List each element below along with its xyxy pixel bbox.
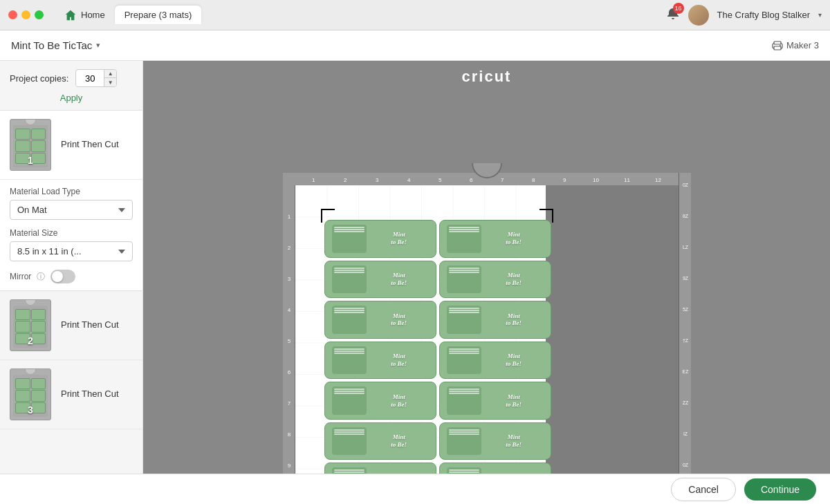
svg-text:†Z: †Z [682,338,688,343]
copies-decrement[interactable]: ▼ [104,78,116,86]
svg-text:9Z: 9Z [682,276,688,281]
mat-label-3: Print Then Cut [61,388,119,400]
svg-text:5: 5 [287,338,290,344]
copies-increment[interactable]: ▲ [104,70,116,78]
toggle-knob [52,271,63,282]
thumb-card [31,140,46,151]
cancel-button[interactable]: Cancel [671,478,736,501]
mat-hole-1 [25,120,36,125]
mat-label-1: Print Then Cut [61,138,119,151]
user-name[interactable]: The Crafty Blog Stalker [717,10,810,20]
card-item: Mintto Be! [324,382,436,420]
thumb-card [31,129,46,140]
notification-bell[interactable]: 16 [666,7,680,24]
card-item: Mintto Be! [439,382,551,420]
mat-hole-3 [25,369,36,375]
svg-rect-17 [283,185,295,474]
material-load-label: Material Load Type [10,187,133,196]
thumb-card [31,309,46,320]
thumb-card [15,378,30,389]
material-load-group: Material Load Type On Mat [10,187,133,220]
svg-text:IZ: IZ [683,431,688,436]
mat-num-2: 2 [28,335,33,346]
mat-thumb-1: 1 [10,119,51,171]
home-tab[interactable]: Home [55,5,115,26]
card-item: Mintto Be! [439,422,551,460]
mat-label-2: Print Then Cut [61,319,119,331]
cut-mark-tl [321,209,335,223]
thumb-card [15,129,30,140]
cards-grid: Mintto Be! Mintto Be! Mintto Be! Mintto … [323,218,553,474]
svg-text:8: 8 [287,431,290,438]
mat-num-3: 3 [28,404,33,416]
mat-settings: Material Load Type On Mat Material Size … [0,180,142,291]
thumb-card [31,390,46,401]
svg-text:2: 2 [287,245,290,251]
svg-text:5Z: 5Z [682,307,688,312]
svg-text:9: 9 [287,463,290,469]
card-item: Mintto Be! [324,261,436,299]
material-size-select[interactable]: 8.5 in x 11 in (... [10,241,133,261]
copies-section: Project copies: ▲ ▼ Apply [0,61,142,111]
thumb-card [15,309,30,320]
avatar[interactable] [688,5,709,26]
window-controls [8,10,44,19]
mat-hole-2 [25,300,36,306]
titlebar: Home Prepare (3 mats) 16 The Crafty Blog… [0,0,830,30]
continue-button[interactable]: Continue [744,478,816,501]
printer-icon [772,41,783,50]
mat-outer-2: 2 [10,299,51,351]
close-button[interactable] [8,10,17,19]
card-item: Mintto Be! [439,301,551,339]
material-load-select[interactable]: On Mat [10,200,133,220]
thumb-card [15,140,30,151]
svg-text:3: 3 [287,276,290,282]
notification-badge: 16 [673,3,684,14]
mat-num-1: 1 [28,155,33,166]
sidebar: Project copies: ▲ ▼ Apply [0,61,143,474]
v-ruler-svg: 1 2 3 4 5 6 7 8 9 10 [283,185,295,474]
maximize-button[interactable] [35,10,44,19]
mat-item-2[interactable]: 2 Print Then Cut [0,291,142,360]
svg-text:0Z: 0Z [682,183,688,187]
card-item: Mintto Be! [324,220,436,258]
card-item: Mintto Be! [324,463,436,474]
card-item: Mintto Be! [324,342,436,380]
card-item: Mintto Be! [324,422,436,460]
user-menu-chevron[interactable]: ▾ [818,11,822,19]
bottom-bar: Cancel Continue [0,474,830,504]
thumb-card [31,378,46,389]
thumb-card [31,321,46,332]
mirror-info-icon[interactable]: ⓘ [37,271,45,283]
mirror-label: Mirror [10,272,31,281]
thumb-card [15,321,30,332]
apply-button[interactable]: Apply [60,93,83,103]
minimize-button[interactable] [21,10,30,19]
home-icon [64,9,77,21]
copies-input[interactable] [76,71,104,86]
mat-item-3[interactable]: 3 Print Then Cut [0,360,142,429]
copies-label: Project copies: [10,73,68,84]
card-item: Mintto Be! [439,261,551,299]
mat-thumb-2: 2 [10,299,51,351]
right-ruler-svg: 0Z 8Z LZ 9Z 5Z †Z EZ ZZ IZ 0Z 6I [679,173,691,474]
card-item: Mintto Be! [439,342,551,380]
mat-outer-3: 3 [10,368,51,420]
prepare-tab[interactable]: Prepare (3 mats) [115,6,202,24]
cricut-brand-area: cricut [462,68,512,86]
maker-label: Maker 3 [772,40,819,50]
thumb-card [15,390,30,401]
project-name[interactable]: Mint To Be TicTac [11,39,92,51]
svg-text:0Z: 0Z [682,463,688,467]
project-chevron-icon[interactable]: ▾ [96,41,100,50]
mat-item-1[interactable]: 1 Print Then Cut [0,111,142,180]
prepare-tab-label: Prepare (3 mats) [124,10,192,20]
mirror-toggle[interactable] [50,270,75,283]
maker-name: Maker 3 [786,40,819,50]
card-item: Mintto Be! [324,301,436,339]
svg-text:LZ: LZ [682,245,688,250]
svg-point-3 [780,45,781,46]
main-layout: Project copies: ▲ ▼ Apply [0,61,830,474]
project-bar: Mint To Be TicTac ▾ Maker 3 [0,30,830,61]
cricut-logo: cricut [462,68,512,85]
